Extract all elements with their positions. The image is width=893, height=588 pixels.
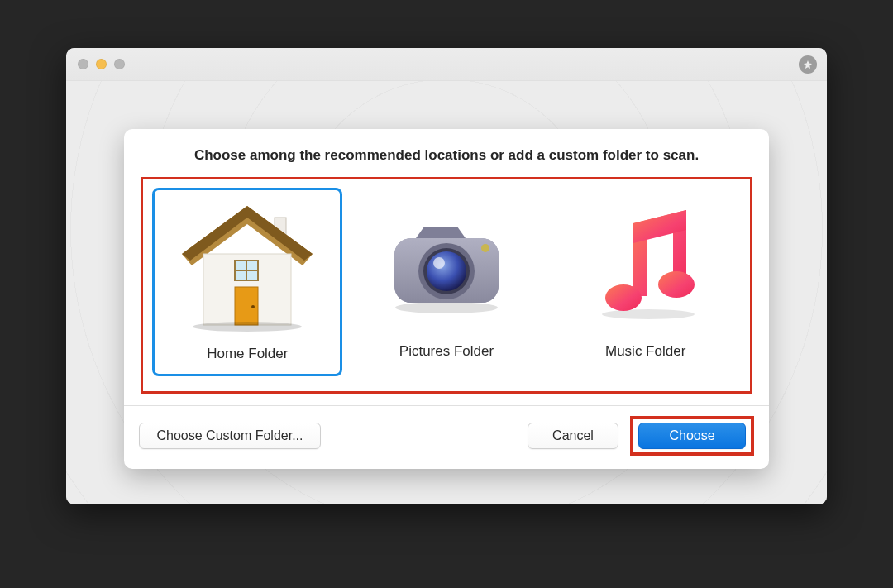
svg-point-15 <box>433 257 445 269</box>
svg-point-11 <box>481 244 489 252</box>
choose-location-dialog: Choose among the recommended locations o… <box>124 129 769 469</box>
svg-point-16 <box>602 309 695 319</box>
music-folder-icon <box>571 193 720 333</box>
choose-button[interactable]: Choose <box>638 423 746 449</box>
dialog-footer: Choose Custom Folder... Cancel Choose <box>124 406 769 469</box>
svg-point-14 <box>427 251 466 291</box>
cancel-button[interactable]: Cancel <box>528 423 618 449</box>
home-folder-icon <box>173 195 322 336</box>
dialog-title: Choose among the recommended locations o… <box>124 129 769 177</box>
favorite-icon[interactable] <box>799 55 817 74</box>
window-maximize-button[interactable] <box>114 59 125 69</box>
option-label: Music Folder <box>605 343 685 360</box>
choose-custom-folder-button[interactable]: Choose Custom Folder... <box>139 423 321 449</box>
options-highlight-annotation: Home Folder <box>141 177 752 394</box>
svg-point-17 <box>605 284 642 311</box>
pictures-folder-icon <box>372 193 521 333</box>
option-label: Home Folder <box>207 346 288 362</box>
option-home-folder[interactable]: Home Folder <box>152 188 342 376</box>
desktop: Choose among the recommended locations o… <box>0 0 893 588</box>
traffic-lights <box>78 59 125 69</box>
window-close-button[interactable] <box>78 59 88 69</box>
svg-point-7 <box>193 322 302 332</box>
svg-point-8 <box>395 302 498 313</box>
option-music-folder[interactable]: Music Folder <box>551 188 741 376</box>
choose-button-highlight-annotation: Choose <box>630 416 754 456</box>
svg-point-18 <box>658 271 695 298</box>
svg-point-6 <box>251 305 255 308</box>
app-window: Choose among the recommended locations o… <box>66 48 827 504</box>
window-titlebar[interactable] <box>66 48 827 81</box>
option-label: Pictures Folder <box>399 343 494 360</box>
svg-rect-5 <box>235 287 258 325</box>
window-minimize-button[interactable] <box>96 59 107 69</box>
option-pictures-folder[interactable]: Pictures Folder <box>351 188 542 376</box>
